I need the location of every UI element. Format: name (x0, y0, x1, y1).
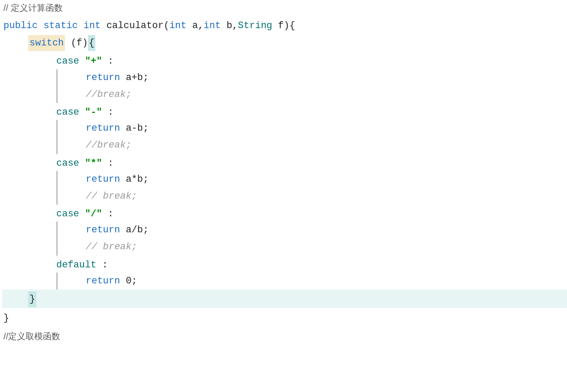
case-minus-block: return a-b; //break; (0, 120, 567, 154)
switch-close-line: } (0, 289, 567, 308)
case-divide-block: return a/b; // break; (0, 222, 567, 255)
type-string: String (238, 18, 272, 33)
default-block: return 0; (0, 273, 567, 289)
keyword-public: public (3, 18, 38, 33)
comment-bottom-line: //定义取模函数 (0, 328, 567, 344)
open-brace-switch: { (88, 35, 95, 51)
comment-bottom-text: //定义取模函数 (3, 329, 60, 343)
keyword-int-b: int (204, 18, 221, 33)
keyword-int-a: int (169, 18, 187, 33)
case-multiply-line: case "*" : (0, 154, 567, 171)
keyword-static: static (43, 18, 78, 33)
switch-condition: (f) (65, 35, 88, 51)
comment-break-minus-line: //break; (58, 137, 149, 154)
case-divide-line: case "/" : (0, 205, 567, 222)
return-plus-line: return a+b; (58, 69, 149, 86)
default-line: default : (0, 256, 567, 273)
case-plus-line: case "+" : (0, 52, 567, 69)
method-close-line: } (0, 310, 567, 327)
comment-break-plus-line: //break; (58, 86, 149, 103)
keyword-switch: switch (28, 35, 65, 51)
return-multiply-line: return a*b; (58, 171, 149, 188)
comment-top-line: // 定义计算函数 (0, 0, 567, 16)
switch-line: switch (f) { (0, 34, 567, 52)
comment-break-multiply-line: // break; (58, 188, 149, 205)
case-plus-block: return a+b; //break; (0, 69, 567, 103)
closing-brace-method: } (3, 311, 9, 326)
code-editor: // 定义计算函数 public static int calculator( … (0, 0, 567, 392)
case-multiply-block: return a*b; // break; (0, 171, 567, 205)
method-signature-line: public static int calculator( int a, int… (0, 17, 567, 34)
return-minus-line: return a-b; (58, 120, 149, 137)
return-divide-line: return a/b; (58, 222, 149, 238)
closing-brace-switch: } (28, 291, 36, 307)
keyword-int-return: int (84, 18, 101, 33)
return-default-line: return 0; (58, 273, 137, 289)
comment-break-divide-line: // break; (58, 238, 149, 255)
keyword-default: default (56, 260, 96, 270)
case-minus-line: case "-" : (0, 103, 567, 120)
comment-top-text: // 定义计算函数 (3, 1, 63, 15)
